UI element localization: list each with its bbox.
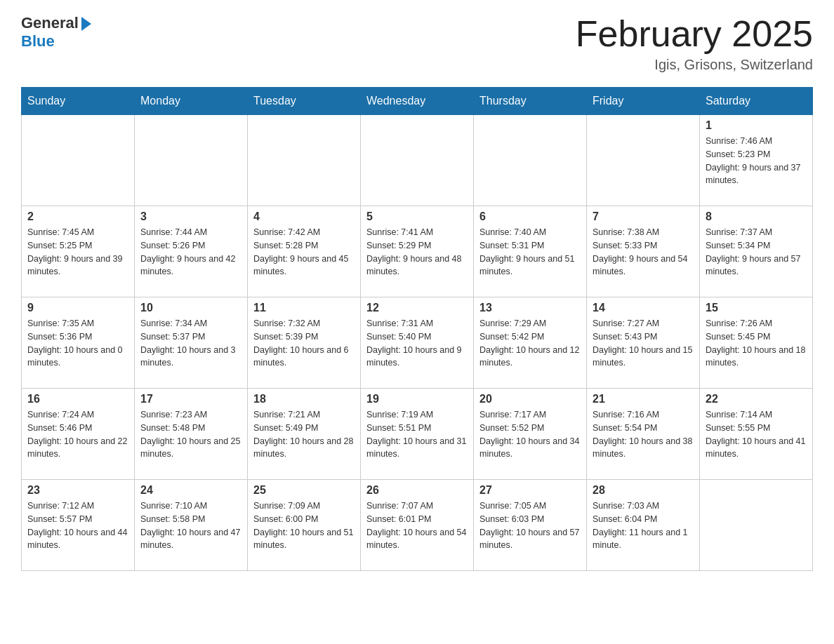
calendar-cell: 3Sunrise: 7:44 AM Sunset: 5:26 PM Daylig…: [135, 206, 248, 297]
calendar-cell: [587, 115, 700, 206]
day-info: Sunrise: 7:21 AM Sunset: 5:49 PM Dayligh…: [253, 408, 355, 461]
calendar-cell: 16Sunrise: 7:24 AM Sunset: 5:46 PM Dayli…: [22, 389, 135, 480]
day-number: 27: [479, 484, 581, 497]
day-number: 17: [140, 393, 241, 405]
day-number: 18: [253, 393, 355, 405]
calendar-cell: 9Sunrise: 7:35 AM Sunset: 5:36 PM Daylig…: [22, 297, 135, 389]
day-info: Sunrise: 7:26 AM Sunset: 5:45 PM Dayligh…: [706, 317, 807, 370]
logo-arrow-icon: [81, 17, 91, 31]
calendar-cell: 13Sunrise: 7:29 AM Sunset: 5:42 PM Dayli…: [474, 297, 587, 389]
calendar-header: SundayMondayTuesdayWednesdayThursdayFrid…: [22, 88, 813, 115]
day-info: Sunrise: 7:07 AM Sunset: 6:01 PM Dayligh…: [366, 499, 468, 552]
calendar-week-row: 1Sunrise: 7:46 AM Sunset: 5:23 PM Daylig…: [22, 115, 813, 206]
calendar-cell: 22Sunrise: 7:14 AM Sunset: 5:55 PM Dayli…: [700, 389, 813, 480]
calendar-week-row: 16Sunrise: 7:24 AM Sunset: 5:46 PM Dayli…: [22, 389, 813, 480]
day-number: 14: [593, 302, 694, 314]
day-info: Sunrise: 7:09 AM Sunset: 6:00 PM Dayligh…: [253, 499, 355, 552]
calendar-cell: 14Sunrise: 7:27 AM Sunset: 5:43 PM Dayli…: [587, 297, 700, 389]
calendar-week-row: 23Sunrise: 7:12 AM Sunset: 5:57 PM Dayli…: [22, 480, 813, 571]
day-number: 20: [479, 393, 581, 405]
day-info: Sunrise: 7:03 AM Sunset: 6:04 PM Dayligh…: [593, 499, 694, 552]
calendar-cell: 10Sunrise: 7:34 AM Sunset: 5:37 PM Dayli…: [135, 297, 248, 389]
logo-general-text: General: [21, 14, 79, 32]
calendar-week-row: 9Sunrise: 7:35 AM Sunset: 5:36 PM Daylig…: [22, 297, 813, 389]
weekday-header-saturday: Saturday: [700, 88, 813, 115]
day-info: Sunrise: 7:37 AM Sunset: 5:34 PM Dayligh…: [706, 226, 807, 279]
calendar-cell: 23Sunrise: 7:12 AM Sunset: 5:57 PM Dayli…: [22, 480, 135, 571]
day-number: 7: [593, 210, 694, 223]
calendar-cell: 28Sunrise: 7:03 AM Sunset: 6:04 PM Dayli…: [587, 480, 700, 571]
page-header: General Blue February 2025 Igis, Grisons…: [21, 14, 813, 73]
day-info: Sunrise: 7:46 AM Sunset: 5:23 PM Dayligh…: [706, 135, 807, 187]
calendar-body: 1Sunrise: 7:46 AM Sunset: 5:23 PM Daylig…: [22, 115, 813, 571]
day-number: 12: [366, 302, 468, 314]
day-info: Sunrise: 7:23 AM Sunset: 5:48 PM Dayligh…: [140, 408, 241, 461]
day-number: 10: [140, 302, 241, 314]
calendar-cell: 24Sunrise: 7:10 AM Sunset: 5:58 PM Dayli…: [135, 480, 248, 571]
weekday-header-monday: Monday: [135, 88, 248, 115]
calendar-cell: 7Sunrise: 7:38 AM Sunset: 5:33 PM Daylig…: [587, 206, 700, 297]
day-info: Sunrise: 7:34 AM Sunset: 5:37 PM Dayligh…: [140, 317, 241, 370]
day-info: Sunrise: 7:44 AM Sunset: 5:26 PM Dayligh…: [140, 226, 241, 279]
calendar-cell: 11Sunrise: 7:32 AM Sunset: 5:39 PM Dayli…: [248, 297, 361, 389]
calendar-cell: 1Sunrise: 7:46 AM Sunset: 5:23 PM Daylig…: [700, 115, 813, 206]
day-number: 19: [366, 393, 468, 405]
day-number: 1: [706, 119, 807, 132]
calendar-cell: 5Sunrise: 7:41 AM Sunset: 5:29 PM Daylig…: [361, 206, 474, 297]
day-number: 26: [366, 484, 468, 497]
calendar-week-row: 2Sunrise: 7:45 AM Sunset: 5:25 PM Daylig…: [22, 206, 813, 297]
title-block: February 2025 Igis, Grisons, Switzerland: [576, 14, 813, 73]
day-number: 4: [253, 210, 355, 223]
weekday-header-sunday: Sunday: [22, 88, 135, 115]
weekday-header-tuesday: Tuesday: [248, 88, 361, 115]
day-number: 15: [706, 302, 807, 314]
calendar-cell: [22, 115, 135, 206]
day-info: Sunrise: 7:10 AM Sunset: 5:58 PM Dayligh…: [140, 499, 241, 552]
location: Igis, Grisons, Switzerland: [576, 57, 813, 73]
day-info: Sunrise: 7:05 AM Sunset: 6:03 PM Dayligh…: [479, 499, 581, 552]
day-info: Sunrise: 7:40 AM Sunset: 5:31 PM Dayligh…: [479, 226, 581, 279]
calendar-cell: 18Sunrise: 7:21 AM Sunset: 5:49 PM Dayli…: [248, 389, 361, 480]
month-title: February 2025: [576, 14, 813, 54]
calendar-cell: 21Sunrise: 7:16 AM Sunset: 5:54 PM Dayli…: [587, 389, 700, 480]
day-info: Sunrise: 7:38 AM Sunset: 5:33 PM Dayligh…: [593, 226, 694, 279]
day-number: 28: [593, 484, 694, 497]
day-info: Sunrise: 7:29 AM Sunset: 5:42 PM Dayligh…: [479, 317, 581, 370]
day-number: 21: [593, 393, 694, 405]
day-number: 22: [706, 393, 807, 405]
calendar-cell: 20Sunrise: 7:17 AM Sunset: 5:52 PM Dayli…: [474, 389, 587, 480]
calendar-cell: 2Sunrise: 7:45 AM Sunset: 5:25 PM Daylig…: [22, 206, 135, 297]
day-number: 9: [27, 302, 128, 314]
logo-blue-text: Blue: [21, 32, 55, 51]
weekday-header-wednesday: Wednesday: [361, 88, 474, 115]
day-info: Sunrise: 7:35 AM Sunset: 5:36 PM Dayligh…: [27, 317, 128, 370]
calendar-cell: [135, 115, 248, 206]
calendar-cell: [361, 115, 474, 206]
day-number: 8: [706, 210, 807, 223]
day-info: Sunrise: 7:31 AM Sunset: 5:40 PM Dayligh…: [366, 317, 468, 370]
day-number: 25: [253, 484, 355, 497]
calendar-cell: [248, 115, 361, 206]
day-info: Sunrise: 7:17 AM Sunset: 5:52 PM Dayligh…: [479, 408, 581, 461]
day-number: 13: [479, 302, 581, 314]
calendar-cell: 17Sunrise: 7:23 AM Sunset: 5:48 PM Dayli…: [135, 389, 248, 480]
day-number: 11: [253, 302, 355, 314]
day-number: 24: [140, 484, 241, 497]
logo: General Blue: [21, 14, 91, 51]
day-info: Sunrise: 7:32 AM Sunset: 5:39 PM Dayligh…: [253, 317, 355, 370]
day-info: Sunrise: 7:24 AM Sunset: 5:46 PM Dayligh…: [27, 408, 128, 461]
calendar-cell: 6Sunrise: 7:40 AM Sunset: 5:31 PM Daylig…: [474, 206, 587, 297]
day-info: Sunrise: 7:19 AM Sunset: 5:51 PM Dayligh…: [366, 408, 468, 461]
day-info: Sunrise: 7:12 AM Sunset: 5:57 PM Dayligh…: [27, 499, 128, 552]
calendar-cell: 27Sunrise: 7:05 AM Sunset: 6:03 PM Dayli…: [474, 480, 587, 571]
calendar-cell: 8Sunrise: 7:37 AM Sunset: 5:34 PM Daylig…: [700, 206, 813, 297]
calendar-cell: [700, 480, 813, 571]
calendar-cell: 25Sunrise: 7:09 AM Sunset: 6:00 PM Dayli…: [248, 480, 361, 571]
day-number: 3: [140, 210, 241, 223]
calendar-cell: 12Sunrise: 7:31 AM Sunset: 5:40 PM Dayli…: [361, 297, 474, 389]
day-number: 5: [366, 210, 468, 223]
calendar-cell: 4Sunrise: 7:42 AM Sunset: 5:28 PM Daylig…: [248, 206, 361, 297]
day-info: Sunrise: 7:42 AM Sunset: 5:28 PM Dayligh…: [253, 226, 355, 279]
day-number: 2: [27, 210, 128, 223]
day-info: Sunrise: 7:14 AM Sunset: 5:55 PM Dayligh…: [706, 408, 807, 461]
